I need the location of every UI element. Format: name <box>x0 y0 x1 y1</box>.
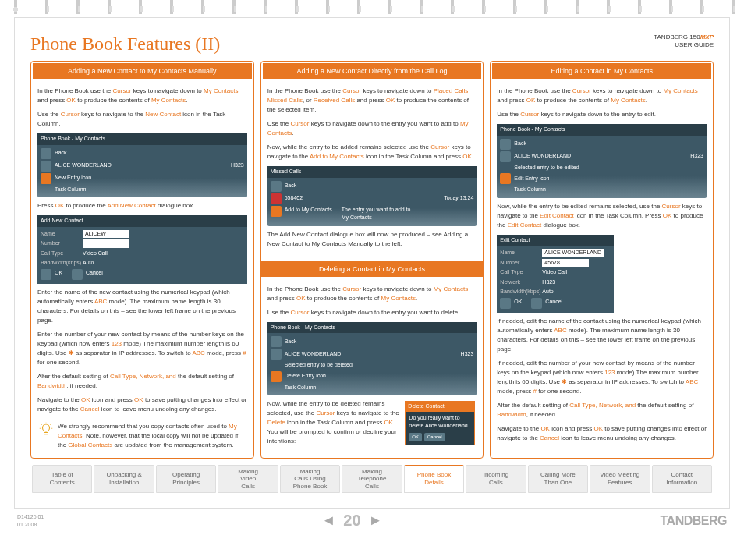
contact-icon <box>271 349 282 360</box>
back-icon <box>271 336 282 347</box>
page-content: Phone Book Features (II) TANDBERG 150MXP… <box>14 17 730 509</box>
screenshot-editform: Edit Contact NameALICE WONDERLAND Number… <box>497 235 614 313</box>
text: Navigate to the OK icon and press OK to … <box>497 424 707 443</box>
text: In the Phone Book use the Cursor keys to… <box>267 87 477 115</box>
cancel-icon <box>72 269 83 280</box>
nav-tab[interactable]: Calling More Than One <box>528 465 588 494</box>
lightbulb-icon <box>39 422 53 436</box>
text: If needed, edit the name of the contact … <box>497 317 707 354</box>
page-number: 20 <box>343 512 360 530</box>
annotation: Selected entry to be deleted <box>285 361 353 370</box>
back-icon <box>271 181 282 192</box>
nav-tab[interactable]: Phone Book Details <box>404 465 464 494</box>
annotation: Task Column <box>55 186 86 194</box>
nav-tab[interactable]: Contact Information <box>652 465 712 494</box>
brand-logo: TANDBERG <box>661 514 727 528</box>
text: Use the Cursor keys to navigate down to … <box>267 119 477 138</box>
column-edit: Editing a Contact in My Contacts In the … <box>490 61 714 459</box>
screenshot-form: Add New Contact NameALICEW Number Call T… <box>37 215 247 284</box>
add-contacts-icon <box>271 206 282 217</box>
nav-tab[interactable]: Table of Contents <box>32 465 92 494</box>
missed-icon <box>271 193 282 204</box>
nav-tab[interactable]: Incoming Calls <box>466 465 526 494</box>
nav-tab[interactable]: Making Video Calls <box>218 465 278 494</box>
text: Alter the default setting of Call Type, … <box>497 401 707 420</box>
bottom-nav: Table of ContentsUnpacking & Installatio… <box>30 465 714 494</box>
tip-note: We strongly recommend that you copy cont… <box>37 419 247 453</box>
text: Alter the default setting of Call Type, … <box>37 372 247 391</box>
text: Press OK to produce the Add New Contact … <box>37 201 247 211</box>
screenshot-phonebook: Phone Book - My Contacts Back ALICE WOND… <box>37 133 247 197</box>
back-icon <box>500 139 511 150</box>
nav-tab[interactable]: Operating Principles <box>156 465 216 494</box>
contact-icon <box>41 161 51 172</box>
annotation: Edit Entry icon <box>514 175 549 183</box>
nav-tab[interactable]: Making Telephone Calls <box>342 465 402 494</box>
annotation: Delete Entry icon <box>285 372 326 381</box>
edit-icon <box>500 173 511 184</box>
text: Navigate to the OK icon and press OK to … <box>37 395 247 414</box>
text: Enter the number of your new contact by … <box>37 330 247 367</box>
text: Now, while the entry to be edited remain… <box>497 202 707 230</box>
delete-prompt: Delete Contact Do you really want to del… <box>405 401 475 445</box>
ok-icon <box>500 298 511 309</box>
nav-tab[interactable]: Unpacking & Installation <box>94 465 154 494</box>
text: In the Phone Book use the Cursor keys to… <box>267 285 477 303</box>
annotation: Task Column <box>514 186 545 194</box>
column-add-manually: Adding a New Contact to My Contacts Manu… <box>30 61 254 459</box>
delete-icon <box>271 371 282 382</box>
screenshot-edit: Phone Book - My Contacts Back ALICE WOND… <box>497 124 707 198</box>
cancel-icon: Cancel <box>424 433 445 441</box>
section-title: Editing a Contact in My Contacts <box>492 63 711 79</box>
section-title: Deleting a Contact in My Contacts <box>260 261 485 277</box>
section-title: Adding a New Contact Directly from the C… <box>263 63 482 79</box>
nav-tab[interactable]: Making Calls Using Phone Book <box>280 465 340 494</box>
ok-icon: OK <box>409 433 422 441</box>
spiral-binding <box>0 0 744 14</box>
cancel-icon <box>531 298 542 309</box>
contact-icon <box>500 151 511 162</box>
prev-arrow-icon[interactable]: ◄ <box>321 512 335 529</box>
text: Use the Cursor keys to navigate down to … <box>267 308 477 317</box>
new-entry-icon <box>41 173 51 184</box>
nav-tab[interactable]: Video Meeting Features <box>590 465 650 494</box>
text: The Add New Contact dialogue box will no… <box>267 230 477 249</box>
text: If needed, edit the number of your new c… <box>497 359 707 396</box>
screenshot-delete: Phone Book - My Contacts Back ALICE WOND… <box>267 322 477 396</box>
text: In the Phone Book use the Cursor keys to… <box>497 87 707 105</box>
annotation: Add to My Contacts <box>285 206 332 214</box>
screenshot-missedcalls: Missed Calls Back 558402Today 13:24 Add … <box>267 166 477 226</box>
page-title: Phone Book Features (II) <box>30 34 220 55</box>
footer: D14126.0101.2008 ◄ 20 ► TANDBERG <box>0 509 744 533</box>
text: Enter the name of the new contact using … <box>37 288 247 325</box>
text: Now, while the entry to be added remains… <box>267 143 477 161</box>
text: Use the Cursor keys to navigate down to … <box>497 110 707 119</box>
annotation: The entry you want to add to My Contacts <box>342 206 412 222</box>
back-icon <box>41 148 51 159</box>
annotation: Task Column <box>285 384 316 392</box>
product-name: TANDBERG 150MXP USER GUIDE <box>654 34 714 50</box>
ok-icon <box>41 269 51 280</box>
annotation: New Entry icon <box>55 174 91 183</box>
doc-id: D14126.0101.2008 <box>17 513 44 527</box>
text: In the Phone Book use the Cursor keys to… <box>37 87 247 105</box>
text: Use the Cursor keys to navigate to the N… <box>37 110 247 129</box>
next-arrow-icon[interactable]: ► <box>369 512 383 529</box>
annotation: Selected entry to be edited <box>514 164 579 172</box>
section-title: Adding a New Contact to My Contacts Manu… <box>33 63 252 79</box>
svg-point-0 <box>43 424 50 431</box>
column-add-calllog-delete: Adding a New Contact Directly from the C… <box>260 61 484 459</box>
